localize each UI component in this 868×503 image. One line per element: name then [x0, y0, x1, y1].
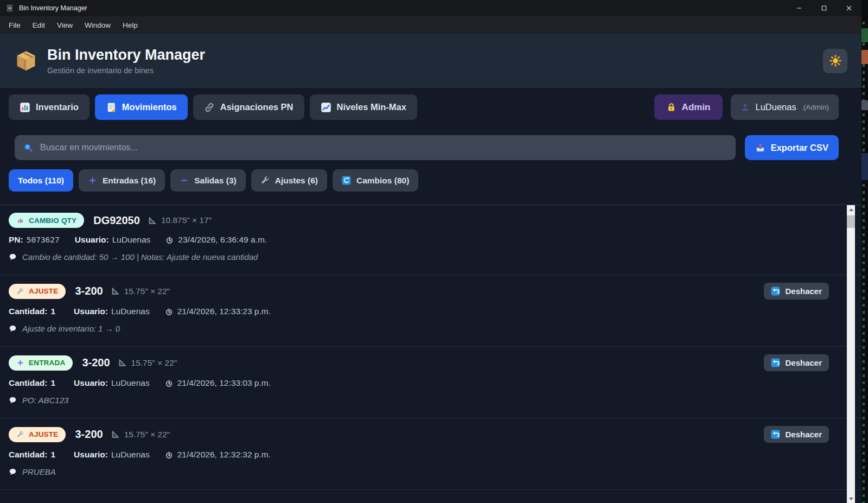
undo-label: Deshacer: [785, 430, 822, 439]
field-label: Cantidad:: [9, 307, 47, 316]
filter-entradas[interactable]: Entradas (16): [79, 169, 165, 192]
package-icon: [14, 49, 38, 73]
scrollbar-up-arrow[interactable]: [847, 205, 855, 214]
menu-window[interactable]: Window: [79, 16, 117, 34]
filter-salidas[interactable]: Salidas (3): [170, 169, 246, 192]
movement-note: PO: ABC123: [22, 396, 68, 405]
bar-chart-icon: [16, 217, 24, 225]
nav-bar: Inventario Movimientos Asignaciones PN N…: [0, 88, 861, 120]
export-label: Exportar CSV: [771, 143, 828, 153]
timestamp: 21/4/2026, 12:33:03 p.m.: [177, 378, 271, 388]
scrollbar[interactable]: [847, 205, 855, 503]
field-value: LuDuenas: [111, 307, 150, 316]
movement-type-badge: AJUSTE: [9, 284, 66, 299]
sun-icon: [829, 55, 841, 67]
undo-button[interactable]: Deshacer: [764, 426, 829, 443]
titlebar: Bin Inventory Manager: [0, 0, 861, 16]
admin-button[interactable]: Admin: [654, 94, 723, 120]
field-value: 1: [50, 307, 55, 316]
menu-help[interactable]: Help: [117, 16, 144, 34]
filter-label: Ajustes (6): [275, 176, 318, 186]
maximize-icon: [821, 5, 827, 11]
ruler-icon: [148, 216, 157, 225]
bin-name: 3-200: [82, 356, 110, 369]
filter-todos[interactable]: Todos (110): [9, 169, 73, 192]
movement-row: CAMBIO QTY DG92050 10.875" × 17" PN: 507…: [0, 205, 861, 275]
wrench-icon: [260, 176, 270, 185]
movement-list: CAMBIO QTY DG92050 10.875" × 17" PN: 507…: [0, 205, 861, 490]
tab-movimientos[interactable]: Movimientos: [95, 94, 188, 120]
search-input[interactable]: [39, 142, 727, 153]
search-icon: [23, 143, 33, 152]
movement-note: Cambio de cantidad: 50 → 100 | Notas: Aj…: [22, 252, 258, 262]
filter-ajustes[interactable]: Ajustes (6): [251, 169, 327, 192]
tab-inventario[interactable]: Inventario: [9, 94, 90, 120]
undo-button[interactable]: Deshacer: [764, 283, 829, 300]
tab-label: Asignaciones PN: [220, 102, 293, 112]
theme-toggle-button[interactable]: [823, 49, 847, 73]
refresh-icon: [342, 176, 351, 185]
menu-edit[interactable]: Edit: [27, 16, 51, 34]
field-value: 5073627: [27, 235, 60, 244]
undo-label: Deshacer: [785, 358, 822, 367]
movement-row: AJUSTE 3-200 15.75" × 22" Deshacer Canti…: [0, 418, 861, 490]
ruler-icon: [111, 430, 120, 439]
wrench-icon: [16, 430, 24, 438]
bin-name: 3-200: [75, 428, 103, 441]
tab-niveles-min-max[interactable]: Niveles Min-Max: [310, 94, 417, 120]
movement-note: PRUEBA: [22, 467, 56, 476]
field-label: PN:: [9, 235, 23, 245]
line-chart-icon: [321, 102, 331, 113]
page-subtitle: Gestión de inventario de bines: [47, 66, 205, 75]
bin-dimensions: 15.75" × 22": [131, 358, 177, 368]
search-row: Exportar CSV: [0, 120, 861, 160]
scrollbar-down-arrow[interactable]: [847, 494, 855, 503]
menu-file[interactable]: File: [3, 16, 27, 34]
export-icon: [755, 143, 765, 153]
app-window-icon: [5, 4, 14, 12]
timestamp: 21/4/2026, 12:32:32 p.m.: [177, 450, 271, 460]
background-window-sliver: [861, 0, 868, 503]
bin-name: DG92050: [93, 214, 140, 227]
tab-label: Niveles Min-Max: [337, 102, 406, 112]
search-box: [15, 135, 736, 160]
movement-type-badge: CAMBIO QTY: [9, 213, 84, 228]
filter-label: Todos (110): [18, 176, 64, 186]
badge-label: CAMBIO QTY: [29, 217, 76, 225]
minimize-icon: [796, 5, 802, 11]
bin-dimensions: 10.875" × 17": [161, 215, 212, 225]
undo-button[interactable]: Deshacer: [764, 354, 829, 371]
speech-bubble-icon: [9, 324, 17, 333]
window-controls: [787, 0, 861, 16]
bin-dimensions: 15.75" × 22": [124, 430, 170, 440]
field-value: LuDuenas: [111, 450, 150, 460]
bin-dimensions: 15.75" × 22": [124, 286, 170, 296]
tab-asignaciones-pn[interactable]: Asignaciones PN: [193, 94, 304, 120]
movement-row: ENTRADA 3-200 15.75" × 22" Deshacer Cant…: [0, 347, 861, 418]
close-button[interactable]: [837, 0, 861, 16]
filter-cambios[interactable]: Cambios (80): [333, 169, 418, 192]
badge-label: AJUSTE: [29, 287, 58, 295]
field-label: Usuario:: [74, 450, 108, 460]
minus-icon: [180, 176, 189, 185]
maximize-button[interactable]: [812, 0, 837, 16]
movement-type-badge: AJUSTE: [9, 427, 66, 442]
filter-label: Entradas (16): [103, 176, 156, 186]
field-label: Cantidad:: [9, 450, 47, 460]
scrollbar-thumb[interactable]: [847, 215, 855, 228]
user-name: LuDuenas: [756, 102, 796, 112]
filter-label: Salidas (3): [194, 176, 237, 186]
page-title: Bin Inventory Manager: [47, 47, 205, 63]
export-csv-button[interactable]: Exportar CSV: [745, 135, 839, 160]
filter-label: Cambios (80): [356, 176, 409, 186]
user-button[interactable]: LuDuenas (Admin): [731, 94, 839, 120]
speech-bubble-icon: [9, 468, 17, 476]
header-text: Bin Inventory Manager Gestión de inventa…: [47, 47, 205, 74]
app-header: Bin Inventory Manager Gestión de inventa…: [0, 34, 861, 88]
menu-view[interactable]: View: [51, 16, 79, 34]
close-icon: [846, 5, 852, 11]
minimize-button[interactable]: [787, 0, 812, 16]
movement-row: AJUSTE 3-200 15.75" × 22" Deshacer Canti…: [0, 275, 861, 347]
tab-label: Inventario: [36, 102, 79, 112]
filter-bar: Todos (110) Entradas (16) Salidas (3) Aj…: [0, 160, 861, 192]
